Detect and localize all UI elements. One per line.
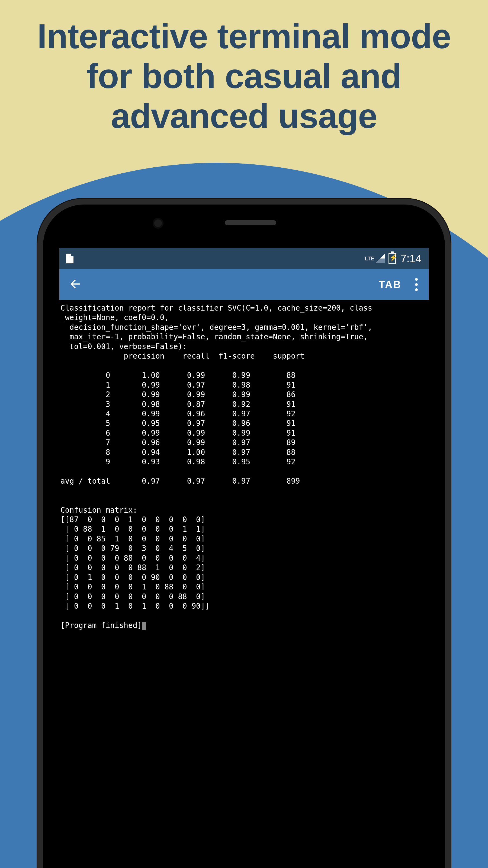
- sd-card-icon: [66, 254, 73, 264]
- signal-icon: [376, 254, 385, 263]
- network-label: LTE: [365, 255, 375, 262]
- arrow-left-icon: [68, 277, 82, 291]
- phone-camera-icon: [154, 219, 162, 227]
- phone-speaker-icon: [225, 220, 276, 225]
- back-button[interactable]: [68, 277, 82, 292]
- marketing-headline: Interactive terminal mode for both casua…: [20, 16, 468, 136]
- phone-screen: LTE ⚡ 7:14 TAB Classification report for…: [59, 248, 429, 868]
- status-bar: LTE ⚡ 7:14: [59, 248, 429, 269]
- terminal-cursor-icon: [142, 622, 146, 630]
- phone-bezel: LTE ⚡ 7:14 TAB Classification report for…: [43, 205, 445, 868]
- dot-icon: [415, 278, 418, 281]
- dot-icon: [415, 288, 418, 291]
- overflow-menu-button[interactable]: [413, 276, 420, 293]
- dot-icon: [415, 283, 418, 286]
- phone-frame: LTE ⚡ 7:14 TAB Classification report for…: [37, 198, 451, 868]
- action-bar: TAB: [59, 269, 429, 300]
- clock-label: 7:14: [400, 252, 422, 265]
- tab-button[interactable]: TAB: [379, 279, 401, 290]
- battery-charging-icon: ⚡: [389, 253, 396, 264]
- terminal-output[interactable]: Classification report for classifier SVC…: [59, 300, 429, 868]
